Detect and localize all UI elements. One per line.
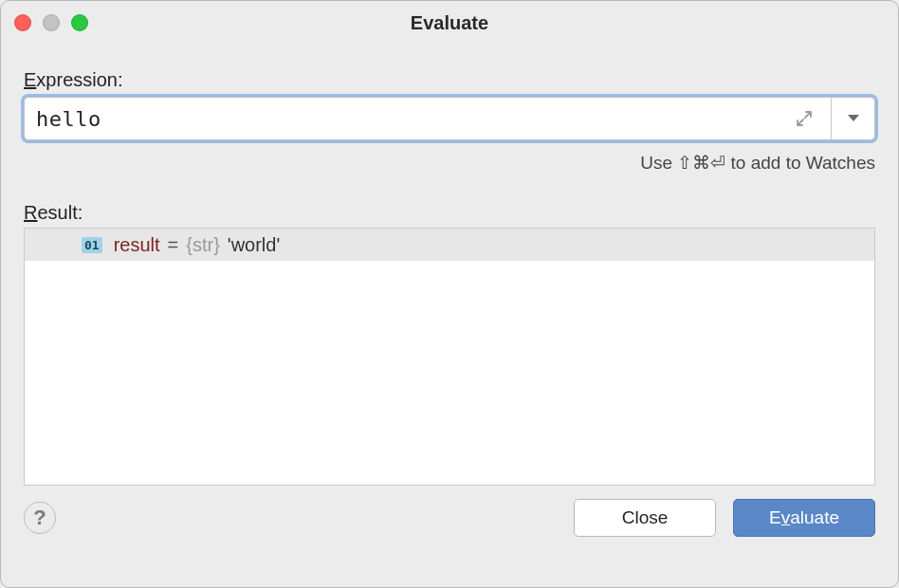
expression-input[interactable]: hello [25, 98, 831, 139]
result-row[interactable]: 01 result = {str} 'world' [25, 229, 874, 261]
close-button-label: Close [622, 507, 669, 528]
expand-icon[interactable] [795, 109, 814, 128]
result-label-text: esult: [37, 202, 83, 223]
expression-history-dropdown[interactable] [831, 98, 874, 139]
expression-field-group: hello [24, 97, 875, 140]
result-value: 'world' [228, 234, 280, 256]
result-type-badge: 01 [82, 237, 102, 253]
close-window-button[interactable] [14, 14, 31, 31]
close-button[interactable]: Close [574, 499, 716, 537]
zoom-window-button[interactable] [71, 14, 88, 31]
minimize-window-button[interactable] [43, 14, 60, 31]
expression-label-mnemonic: E [24, 69, 36, 90]
help-button[interactable]: ? [24, 502, 56, 534]
dialog-footer: ? Close Evaluate [1, 486, 898, 537]
watches-hint: Use ⇧⌘⏎ to add to Watches [24, 152, 875, 174]
result-label: Result: [24, 202, 875, 224]
evaluate-button[interactable]: Evaluate [733, 499, 875, 537]
help-icon: ? [33, 505, 46, 530]
expression-label: Expression: [24, 69, 875, 91]
result-type: {str} [186, 234, 220, 256]
result-variable-name: result [114, 234, 160, 256]
evaluate-button-label: Evaluate [769, 507, 839, 528]
window-controls [14, 14, 88, 31]
expression-input-value: hello [36, 107, 101, 131]
result-label-mnemonic: R [24, 202, 37, 223]
result-panel[interactable]: 01 result = {str} 'world' [24, 228, 875, 486]
result-equals: = [168, 234, 179, 256]
expression-label-text: xpression: [36, 69, 122, 90]
window-title: Evaluate [1, 12, 898, 34]
titlebar: Evaluate [1, 1, 898, 45]
